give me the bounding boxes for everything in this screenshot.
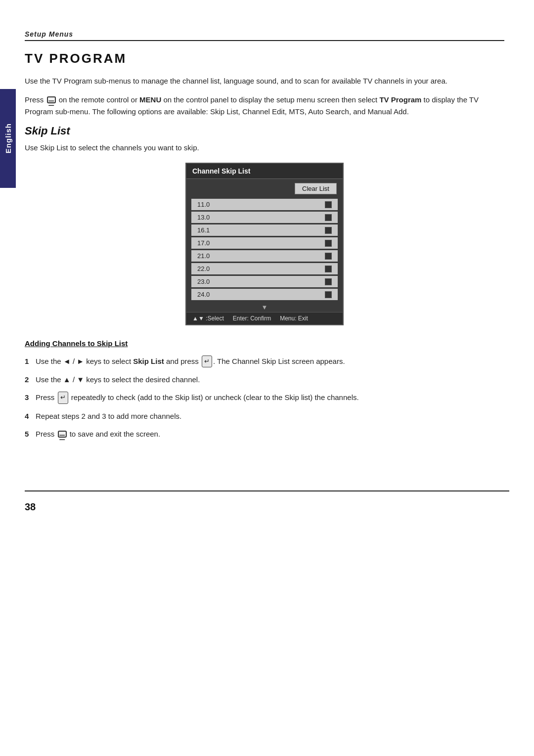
clear-list-row: Clear List xyxy=(186,179,343,197)
channel-number-6: 22.0 xyxy=(197,265,210,272)
page-wrapper: English Setup Menus TV PROGRAM Use the T… xyxy=(0,0,534,756)
adding-channels-heading: Adding Channels to Skip List xyxy=(25,339,504,348)
channel-number-3: 16.1 xyxy=(197,226,210,234)
tv-program-bold: TV Program xyxy=(379,95,421,104)
skip-list-bold: Skip List xyxy=(133,357,164,365)
skip-list-description: Use Skip List to select the channels you… xyxy=(25,143,504,152)
intro-paragraph-2: Press ☰ on the remote control or MENU on… xyxy=(25,94,504,118)
footer-exit: Menu: Exit xyxy=(280,315,308,322)
step-item-4: 4 Repeat steps 2 and 3 to add more chann… xyxy=(25,410,504,422)
step-item-1: 1 Use the ◄ / ► keys to select Skip List… xyxy=(25,356,504,368)
channel-number-8: 24.0 xyxy=(197,291,210,298)
main-content: Setup Menus TV PROGRAM Use the TV Progra… xyxy=(25,0,504,476)
clear-list-button[interactable]: Clear List xyxy=(295,183,337,194)
channel-number-4: 17.0 xyxy=(197,239,210,247)
page-number: 38 xyxy=(0,501,534,523)
scroll-down-arrow: ▼ xyxy=(262,304,268,311)
channel-row: 24.0 xyxy=(191,289,338,300)
channel-checkbox-8[interactable] xyxy=(325,291,332,298)
channel-number-7: 23.0 xyxy=(197,278,210,285)
channel-row: 17.0 xyxy=(191,237,338,249)
scroll-indicator: ▼ xyxy=(186,302,343,312)
step-number-1: 1 xyxy=(25,356,36,367)
channel-checkbox-5[interactable] xyxy=(325,253,332,260)
step-text-3: Press ↵ repeatedly to check (add to the … xyxy=(36,392,504,404)
channel-row: 23.0 xyxy=(191,276,338,287)
channel-skip-list-header: Channel Skip List xyxy=(186,164,343,179)
step-number-2: 2 xyxy=(25,374,36,386)
channel-checkbox-2[interactable] xyxy=(325,214,332,221)
step-item-3: 3 Press ↵ repeatedly to check (add to th… xyxy=(25,392,504,404)
channel-checkbox-3[interactable] xyxy=(325,227,332,234)
step-text-5: Press ☰ to save and exit the screen. xyxy=(36,428,504,440)
channel-row: 21.0 xyxy=(191,250,338,262)
step-item-5: 5 Press ☰ to save and exit the screen. xyxy=(25,428,504,440)
footer-confirm: Enter: Confirm xyxy=(233,315,271,322)
step-text-1: Use the ◄ / ► keys to select Skip List a… xyxy=(36,356,504,368)
channel-checkbox-6[interactable] xyxy=(325,266,332,272)
bottom-rule xyxy=(25,490,509,491)
steps-list: 1 Use the ◄ / ► keys to select Skip List… xyxy=(25,356,504,440)
channel-number-1: 11.0 xyxy=(197,201,210,208)
step-item-2: 2 Use the ▲ / ▼ keys to select the desir… xyxy=(25,374,504,386)
step-text-2: Use the ▲ / ▼ keys to select the desired… xyxy=(36,374,504,386)
channel-number-2: 13.0 xyxy=(197,214,210,221)
channel-checkbox-7[interactable] xyxy=(325,278,332,285)
remote-menu-icon: ☰ xyxy=(47,96,56,103)
footer-select: ▲▼ :Select xyxy=(192,315,224,322)
step-number-3: 3 xyxy=(25,392,36,403)
section-header-title: Setup Menus xyxy=(25,30,73,38)
channel-checkbox-4[interactable] xyxy=(325,240,332,247)
channel-skip-list-footer: ▲▼ :Select Enter: Confirm Menu: Exit xyxy=(186,312,343,324)
menu-bold: MENU xyxy=(139,95,161,104)
channel-row: 22.0 xyxy=(191,263,338,274)
remote-icon-save: ☰ xyxy=(58,431,67,438)
channel-row: 13.0 xyxy=(191,212,338,223)
channel-skip-list-box: Channel Skip List Clear List 11.0 13.0 1… xyxy=(185,163,344,325)
side-tab-label: English xyxy=(4,123,12,153)
step-number-4: 4 xyxy=(25,410,36,422)
enter-icon-1: ↵ xyxy=(202,356,212,368)
enter-icon-2: ↵ xyxy=(58,392,68,404)
section-header: Setup Menus xyxy=(25,30,504,41)
step-number-5: 5 xyxy=(25,428,36,440)
channel-number-5: 21.0 xyxy=(197,252,210,260)
channel-row: 16.1 xyxy=(191,224,338,236)
step-text-4: Repeat steps 2 and 3 to add more channel… xyxy=(36,410,504,422)
footer-exit-text: Menu: Exit xyxy=(280,315,308,322)
channel-skip-list-container: Channel Skip List Clear List 11.0 13.0 1… xyxy=(25,163,504,325)
intro-paragraph-1: Use the TV Program sub-menus to manage t… xyxy=(25,75,504,87)
side-tab: English xyxy=(0,89,16,188)
tv-program-heading: TV PROGRAM xyxy=(25,51,504,66)
footer-select-text: ▲▼ :Select xyxy=(192,315,224,322)
footer-confirm-text: Enter: Confirm xyxy=(233,315,271,322)
channel-checkbox-1[interactable] xyxy=(325,201,332,208)
channel-row: 11.0 xyxy=(191,199,338,210)
skip-list-heading: Skip List xyxy=(25,125,504,137)
